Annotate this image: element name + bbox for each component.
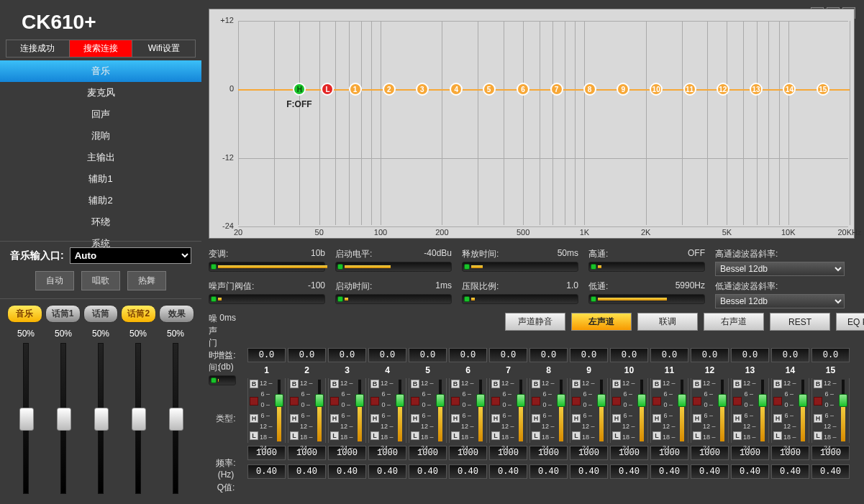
type-mute-13[interactable] <box>733 397 742 406</box>
type-L-5[interactable]: L <box>411 431 419 440</box>
eq-node-L[interactable]: L <box>321 83 334 96</box>
type-H-1[interactable]: H <box>250 414 258 423</box>
type-H-10[interactable]: H <box>612 414 621 423</box>
mode-btn-0[interactable]: 自动 <box>35 271 74 290</box>
eq-node-12[interactable]: 12 <box>717 83 729 96</box>
q-9[interactable]: 0.40 <box>570 464 608 479</box>
type-L-14[interactable]: L <box>773 431 782 440</box>
nav-item-2[interactable]: 回声 <box>0 104 201 125</box>
chan-btn-1[interactable]: 左声道 <box>571 313 632 331</box>
nav-item-4[interactable]: 主输出 <box>0 147 201 168</box>
q-3[interactable]: 0.40 <box>328 464 366 479</box>
type-slider-14[interactable] <box>799 394 807 407</box>
type-mute-1[interactable] <box>250 397 258 406</box>
gain-10[interactable]: 0.0 <box>610 348 648 362</box>
channel-pill-1[interactable]: 话筒1 <box>45 305 81 323</box>
param-slider-5[interactable] <box>335 294 452 304</box>
type-H-9[interactable]: H <box>572 414 581 423</box>
conn-tab-1[interactable]: 搜索连接 <box>70 40 133 57</box>
q-13[interactable]: 0.40 <box>731 464 769 479</box>
type-mute-14[interactable] <box>773 397 782 406</box>
type-B-3[interactable]: B <box>330 380 339 388</box>
param-slider-3[interactable] <box>588 262 705 272</box>
q-15[interactable]: 0.40 <box>811 464 850 479</box>
q-14[interactable]: 0.40 <box>771 464 809 479</box>
type-L-3[interactable]: L <box>330 431 339 440</box>
type-mute-12[interactable] <box>693 397 701 406</box>
q-1[interactable]: 0.40 <box>247 464 286 479</box>
gain-4[interactable]: 0.0 <box>368 348 406 362</box>
type-slider-1[interactable] <box>275 394 283 407</box>
type-slider-15[interactable] <box>839 394 847 407</box>
param-slider-0[interactable] <box>209 262 325 272</box>
type-B-5[interactable]: B <box>411 380 419 388</box>
gain-12[interactable]: 0.0 <box>691 348 729 362</box>
fader-knob-0[interactable] <box>19 408 34 431</box>
conn-tab-2[interactable]: Wifi设置 <box>132 40 195 57</box>
type-L-6[interactable]: L <box>451 431 460 440</box>
type-slider-6[interactable] <box>476 394 485 407</box>
type-slider-2[interactable] <box>315 394 324 407</box>
type-slider-8[interactable] <box>557 394 565 407</box>
nav-item-7[interactable]: 环绕 <box>0 211 201 233</box>
eq-node-1[interactable]: 1 <box>349 83 362 96</box>
type-mute-7[interactable] <box>491 397 500 406</box>
channel-pill-2[interactable]: 话筒 <box>83 305 119 323</box>
channel-pill-0[interactable]: 音乐 <box>7 305 42 323</box>
type-L-8[interactable]: L <box>532 431 540 440</box>
nav-item-6[interactable]: 辅助2 <box>0 190 201 211</box>
type-L-10[interactable]: L <box>612 431 621 440</box>
eq-node-5[interactable]: 5 <box>483 83 496 96</box>
type-H-12[interactable]: H <box>693 414 701 423</box>
chan-btn-0[interactable]: 声道静音 <box>505 313 565 331</box>
type-H-5[interactable]: H <box>411 414 419 423</box>
type-H-7[interactable]: H <box>491 414 500 423</box>
q-5[interactable]: 0.40 <box>409 464 447 479</box>
type-B-14[interactable]: B <box>773 380 782 388</box>
type-mute-8[interactable] <box>532 397 540 406</box>
type-B-6[interactable]: B <box>451 380 460 388</box>
fader-1[interactable] <box>60 343 66 494</box>
type-mute-6[interactable] <box>451 397 460 406</box>
eq-node-H[interactable]: H <box>293 83 306 96</box>
gain-8[interactable]: 0.0 <box>529 348 568 362</box>
param-slider-4[interactable] <box>209 294 325 304</box>
type-slider-4[interactable] <box>396 394 404 407</box>
conn-tab-0[interactable]: 连接成功 <box>6 40 70 57</box>
type-B-12[interactable]: B <box>693 380 701 388</box>
type-L-12[interactable]: L <box>693 431 701 440</box>
type-slider-11[interactable] <box>678 394 686 407</box>
chan-btn-5[interactable]: EQ PASS <box>836 313 864 331</box>
type-B-7[interactable]: B <box>491 380 500 388</box>
type-L-4[interactable]: L <box>370 431 379 440</box>
param-slider-2[interactable] <box>462 262 578 272</box>
type-slider-9[interactable] <box>597 394 606 407</box>
type-mute-2[interactable] <box>290 397 299 406</box>
music-input-select[interactable]: Auto <box>70 247 191 264</box>
eq-graph[interactable]: +120-12-2420501002005001K2K5K10K20KHzHL1… <box>209 9 855 239</box>
q-7[interactable]: 0.40 <box>489 464 527 479</box>
nav-item-5[interactable]: 辅助1 <box>0 168 201 190</box>
q-12[interactable]: 0.40 <box>691 464 729 479</box>
fader-knob-1[interactable] <box>57 408 71 431</box>
q-4[interactable]: 0.40 <box>368 464 406 479</box>
eq-node-6[interactable]: 6 <box>517 83 529 96</box>
eq-node-3[interactable]: 3 <box>416 83 429 96</box>
eq-node-14[interactable]: 14 <box>783 83 796 96</box>
eq-node-15[interactable]: 15 <box>817 83 829 96</box>
type-L-1[interactable]: L <box>250 431 258 440</box>
nav-item-1[interactable]: 麦克风 <box>0 82 201 104</box>
eq-node-7[interactable]: 7 <box>550 83 563 96</box>
param-slider-7[interactable] <box>588 294 705 304</box>
gain-2[interactable]: 0.0 <box>288 348 326 362</box>
type-H-4[interactable]: H <box>370 414 379 423</box>
type-slider-5[interactable] <box>436 394 445 407</box>
eq-node-10[interactable]: 10 <box>650 83 663 96</box>
type-B-11[interactable]: B <box>652 380 661 388</box>
type-slider-7[interactable] <box>517 394 525 407</box>
type-B-10[interactable]: B <box>612 380 621 388</box>
type-mute-5[interactable] <box>411 397 419 406</box>
type-B-15[interactable]: B <box>814 380 822 388</box>
eq-node-11[interactable]: 11 <box>683 83 696 96</box>
chan-btn-4[interactable]: REST <box>770 313 830 331</box>
